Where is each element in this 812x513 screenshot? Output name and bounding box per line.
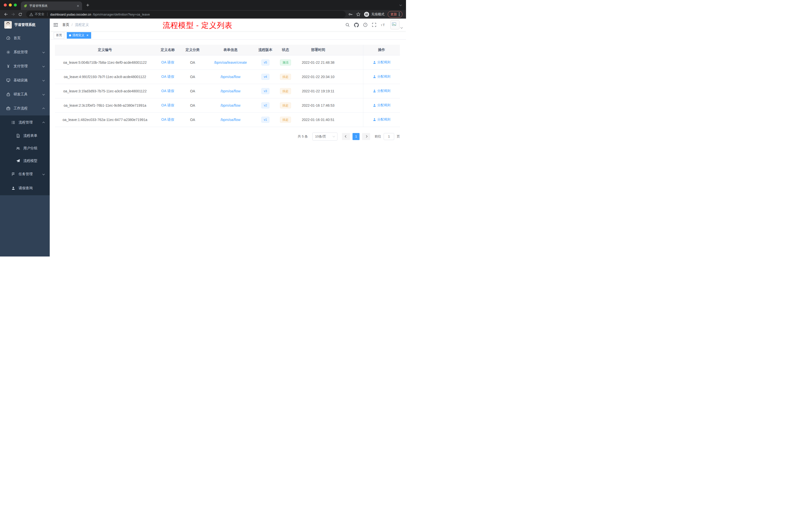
person-icon bbox=[11, 186, 15, 190]
form-link[interactable]: /bpm/oa/flow bbox=[221, 75, 240, 79]
definition-name-link[interactable]: OA 请假 bbox=[161, 74, 174, 79]
sidebar-logo[interactable]: 芋道管理系统 bbox=[0, 19, 50, 31]
chevron-up-icon bbox=[42, 121, 45, 124]
browser-update-menu-button[interactable]: 更新 bbox=[388, 11, 403, 18]
forward-arrow-icon bbox=[11, 12, 15, 17]
paper-plane-icon bbox=[16, 159, 20, 163]
table-header-row: 定义编号 定义名称 定义分类 表单信息 流程版本 状态 部署时间 操作 bbox=[55, 45, 400, 55]
svg-text:T: T bbox=[381, 24, 382, 27]
incognito-label: 无痕模式 bbox=[371, 12, 384, 17]
top-navbar: 首页 / 流程定义 流程模型 - 定义列表 ? bbox=[50, 19, 406, 31]
tag-close-icon[interactable] bbox=[86, 34, 89, 37]
new-tab-button[interactable] bbox=[84, 1, 91, 8]
password-key-icon[interactable] bbox=[348, 12, 353, 17]
form-link[interactable]: /bpm/oa/leave/create bbox=[214, 60, 247, 64]
browser-tab[interactable]: 芋道管理系统 bbox=[21, 1, 82, 10]
chevron-down-icon bbox=[42, 79, 45, 81]
user-icon bbox=[373, 89, 376, 93]
tag-home[interactable]: 首页 bbox=[54, 32, 64, 39]
app-root: 芋道管理系统 首页 系统管理 支付管理 bbox=[0, 19, 406, 256]
spacer-cell bbox=[340, 84, 363, 98]
table-row: oa_leave:3:1fad3d93-7b75-11ec-a3c8-acde4… bbox=[55, 84, 400, 98]
sidebar-item-home[interactable]: 首页 bbox=[0, 31, 50, 45]
sidebar-item-label: 用户分组 bbox=[23, 146, 37, 151]
deploy-time-cell: 2022-01-22 20:34:10 bbox=[296, 69, 340, 84]
briefcase-icon bbox=[6, 107, 10, 111]
tag-label: 流程定义 bbox=[72, 33, 84, 37]
assign-rule-button[interactable]: 分配规则 bbox=[373, 74, 390, 79]
minimize-window-button[interactable] bbox=[9, 3, 12, 6]
help-icon[interactable]: ? bbox=[363, 23, 368, 27]
chevron-down-icon bbox=[42, 173, 45, 175]
github-icon[interactable] bbox=[354, 23, 359, 27]
definition-name-link[interactable]: OA 请假 bbox=[161, 89, 174, 93]
tab-search-chevron-icon[interactable] bbox=[400, 3, 402, 6]
goto-page-input[interactable] bbox=[384, 133, 394, 140]
tag-label: 首页 bbox=[56, 33, 62, 37]
assign-rule-button[interactable]: 分配规则 bbox=[373, 103, 390, 108]
chevron-right-icon bbox=[365, 135, 367, 138]
definition-id-cell: oa_leave:4:991f2193-7b7f-11ec-a3c8-acde4… bbox=[55, 69, 155, 84]
forward-button[interactable] bbox=[9, 11, 17, 18]
form-link[interactable]: /bpm/oa/flow bbox=[221, 103, 240, 108]
spacer-cell bbox=[340, 113, 363, 127]
app-title: 芋道管理系统 bbox=[14, 23, 35, 27]
chevron-down-icon bbox=[42, 65, 45, 67]
prev-page-button[interactable] bbox=[342, 133, 350, 140]
user-icon bbox=[373, 118, 376, 121]
close-window-button[interactable] bbox=[4, 3, 7, 6]
sidebar-item-task-management[interactable]: 任务管理 bbox=[0, 167, 50, 181]
definition-name-link[interactable]: OA 请假 bbox=[161, 103, 174, 107]
table-row: oa_leave:5:004b710b-7b8a-11ec-8ef0-acde4… bbox=[55, 55, 400, 69]
incognito-indicator: 无痕模式 bbox=[364, 11, 384, 17]
font-size-icon[interactable]: TT bbox=[381, 23, 386, 27]
status-badge: 挂起 bbox=[280, 102, 291, 109]
maximize-window-button[interactable] bbox=[14, 3, 17, 6]
annotation-text: 流程模型 - 定义列表 bbox=[163, 20, 232, 31]
definitions-table: 定义编号 定义名称 定义分类 表单信息 流程版本 状态 部署时间 操作 bbox=[55, 45, 400, 127]
sidebar-item-process-form[interactable]: 流程表单 bbox=[0, 129, 50, 142]
definition-name-link[interactable]: OA 请假 bbox=[161, 117, 174, 121]
tab-close-icon[interactable] bbox=[76, 4, 80, 7]
fullscreen-icon[interactable] bbox=[372, 23, 376, 27]
form-link[interactable]: /bpm/oa/flow bbox=[221, 89, 240, 93]
yen-icon bbox=[6, 64, 10, 68]
sidebar-item-user-group[interactable]: 用户分组 bbox=[0, 142, 50, 155]
assign-rule-button[interactable]: 分配规则 bbox=[373, 89, 390, 93]
sidebar-item-payment[interactable]: 支付管理 bbox=[0, 59, 50, 73]
url-bar[interactable]: 不安全 dashboard.yudao.iocoder.cn /bpm/mana… bbox=[26, 11, 346, 18]
chevron-down-icon bbox=[42, 93, 45, 95]
sidebar-item-label: 工作流程 bbox=[13, 106, 28, 111]
reload-button[interactable] bbox=[17, 11, 24, 18]
sidebar-item-process-model[interactable]: 流程模型 bbox=[0, 155, 50, 167]
tag-process-definition[interactable]: 流程定义 bbox=[67, 32, 91, 39]
sidebar-item-devtools[interactable]: 研发工具 bbox=[0, 87, 50, 101]
user-avatar-menu[interactable] bbox=[390, 20, 403, 29]
users-icon bbox=[16, 146, 20, 150]
bookmark-star-icon[interactable] bbox=[356, 12, 360, 17]
sidebar-item-leave-query[interactable]: 请假查询 bbox=[0, 181, 50, 195]
definition-name-link[interactable]: OA 请假 bbox=[161, 60, 174, 64]
sidebar-item-label: 请假查询 bbox=[19, 186, 33, 190]
sidebar-item-system[interactable]: 系统管理 bbox=[0, 45, 50, 59]
navbar-actions: ? TT bbox=[345, 20, 403, 29]
sidebar-item-infra[interactable]: 基础设施 bbox=[0, 73, 50, 87]
breadcrumb-home[interactable]: 首页 bbox=[62, 23, 69, 27]
form-link[interactable]: /bpm/oa/flow bbox=[221, 118, 240, 122]
list-icon bbox=[11, 120, 15, 124]
page-unit-label: 页 bbox=[397, 134, 400, 139]
assign-rule-button[interactable]: 分配规则 bbox=[373, 60, 390, 64]
back-button[interactable] bbox=[2, 11, 9, 18]
assign-rule-button[interactable]: 分配规则 bbox=[373, 117, 390, 122]
tab-title: 芋道管理系统 bbox=[29, 4, 74, 8]
sidebar-item-workflow[interactable]: 工作流程 bbox=[0, 101, 50, 116]
next-page-button[interactable] bbox=[362, 133, 370, 140]
flag-icon bbox=[11, 172, 15, 176]
sidebar-item-process-management[interactable]: 流程管理 bbox=[0, 116, 50, 129]
page-1-button[interactable]: 1 bbox=[352, 133, 359, 140]
search-icon[interactable] bbox=[345, 23, 350, 27]
col-deploy-time: 部署时间 bbox=[296, 45, 340, 55]
not-secure-warning-icon bbox=[29, 12, 33, 16]
sidebar-toggle-button[interactable] bbox=[53, 22, 58, 27]
page-size-select[interactable]: 10条/页 bbox=[312, 132, 338, 141]
